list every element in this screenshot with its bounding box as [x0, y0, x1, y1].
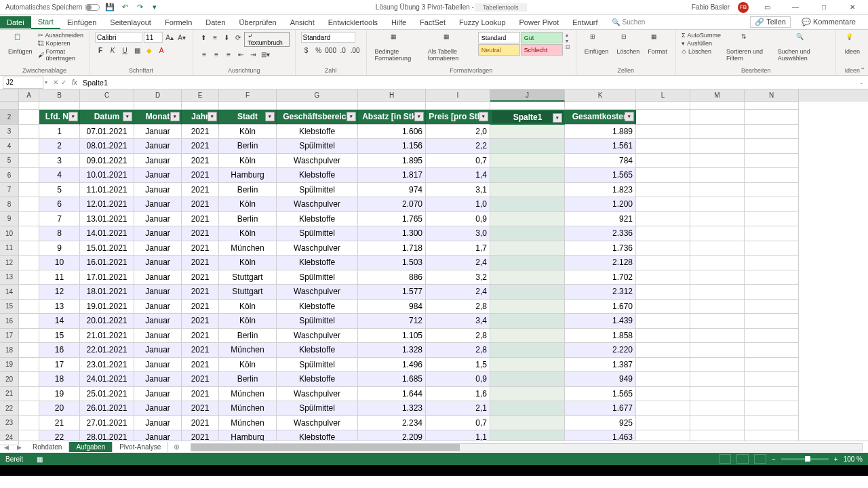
- row-header[interactable]: 16: [0, 314, 19, 329]
- cell[interactable]: [690, 102, 745, 110]
- cell[interactable]: [690, 226, 745, 241]
- table-cell[interactable]: München: [219, 401, 277, 416]
- cell[interactable]: [745, 110, 799, 125]
- tab-seitenlayout[interactable]: Seitenlayout: [103, 16, 158, 28]
- table-cell[interactable]: 1.677: [565, 401, 636, 416]
- cell[interactable]: [636, 430, 690, 441]
- align-bottom-icon[interactable]: ⬇: [222, 32, 232, 43]
- table-cell[interactable]: 1.561: [565, 139, 636, 154]
- table-header[interactable]: Stadt▾: [219, 110, 277, 125]
- cell[interactable]: [745, 285, 799, 300]
- tab-uberprufen[interactable]: Überprüfen: [233, 16, 283, 28]
- table-cell[interactable]: 21.01.2021: [80, 329, 134, 344]
- cell[interactable]: [636, 125, 690, 140]
- tab-fuzzy-lookup[interactable]: Fuzzy Lookup: [452, 16, 512, 28]
- table-cell[interactable]: 0,7: [426, 154, 490, 169]
- table-cell[interactable]: Spülmittel: [277, 226, 358, 241]
- table-cell[interactable]: 2,8: [426, 329, 490, 344]
- cell[interactable]: [19, 197, 39, 212]
- table-cell[interactable]: 23.01.2021: [80, 358, 134, 373]
- table-cell[interactable]: Januar: [134, 197, 182, 212]
- row-header[interactable]: [0, 102, 19, 110]
- format-painter-button[interactable]: 🖌Format übertragen: [38, 48, 84, 62]
- table-cell[interactable]: 1,7: [426, 241, 490, 256]
- table-cell[interactable]: [490, 372, 565, 387]
- table-cell[interactable]: Hamburg: [219, 430, 277, 441]
- horizontal-scrollbar[interactable]: [191, 443, 863, 451]
- cell[interactable]: [690, 168, 745, 183]
- cell[interactable]: [39, 102, 80, 110]
- expand-formula-icon[interactable]: ⌄: [855, 79, 868, 85]
- font-size-select[interactable]: [144, 32, 163, 43]
- table-cell[interactable]: 2021: [182, 430, 219, 441]
- table-cell[interactable]: Köln: [219, 314, 277, 329]
- table-cell[interactable]: 1.895: [358, 154, 426, 169]
- table-cell[interactable]: [490, 256, 565, 270]
- table-cell[interactable]: 2021: [182, 125, 219, 140]
- table-cell[interactable]: Berlin: [219, 212, 277, 227]
- save-icon[interactable]: 💾: [105, 3, 115, 12]
- table-cell[interactable]: 1.323: [358, 401, 426, 416]
- cell[interactable]: [19, 241, 39, 256]
- table-cell[interactable]: 1,0: [426, 197, 490, 212]
- cell[interactable]: [19, 387, 39, 402]
- table-cell[interactable]: 1.889: [565, 125, 636, 140]
- page-break-view-icon[interactable]: [754, 454, 766, 464]
- table-cell[interactable]: Januar: [134, 372, 182, 387]
- cell[interactable]: [636, 139, 690, 154]
- table-cell[interactable]: Januar: [134, 416, 182, 431]
- table-cell[interactable]: Spülmittel: [277, 401, 358, 416]
- table-cell[interactable]: Köln: [219, 226, 277, 241]
- row-header[interactable]: 20: [0, 372, 19, 387]
- table-cell[interactable]: 1.565: [565, 168, 636, 183]
- cell[interactable]: [745, 168, 799, 183]
- table-cell[interactable]: 1.328: [358, 343, 426, 358]
- styles-more-icon[interactable]: ⊟: [566, 44, 570, 50]
- cell[interactable]: [19, 212, 39, 227]
- decrease-decimal-icon[interactable]: .0: [338, 45, 349, 56]
- table-cell[interactable]: Januar: [134, 387, 182, 402]
- font-color-button[interactable]: A: [156, 45, 167, 56]
- cell[interactable]: [690, 358, 745, 373]
- table-cell[interactable]: [490, 358, 565, 373]
- table-cell[interactable]: 2021: [182, 226, 219, 241]
- table-cell[interactable]: 2,8: [426, 300, 490, 314]
- italic-button[interactable]: K: [107, 45, 118, 56]
- cancel-formula-icon[interactable]: ✕: [53, 79, 58, 86]
- table-cell[interactable]: 1.606: [358, 125, 426, 140]
- table-cell[interactable]: 17: [39, 358, 80, 373]
- table-cell[interactable]: 2021: [182, 314, 219, 329]
- cell[interactable]: [636, 416, 690, 431]
- table-cell[interactable]: Waschpulver: [277, 387, 358, 402]
- cell[interactable]: [565, 102, 636, 110]
- table-cell[interactable]: 2021: [182, 256, 219, 270]
- underline-button[interactable]: U: [119, 45, 130, 56]
- row-header[interactable]: 10: [0, 226, 19, 241]
- table-cell[interactable]: [490, 212, 565, 227]
- table-cell[interactable]: Spülmittel: [277, 314, 358, 329]
- column-header-H[interactable]: H: [358, 89, 426, 102]
- find-select-button[interactable]: 🔍Suchen und Auswählen: [775, 32, 831, 63]
- table-cell[interactable]: Köln: [219, 358, 277, 373]
- table-cell[interactable]: Januar: [134, 168, 182, 183]
- cell[interactable]: [19, 154, 39, 169]
- zoom-level[interactable]: 100 %: [844, 455, 863, 463]
- table-cell[interactable]: 2,0: [426, 125, 490, 140]
- table-cell[interactable]: 2021: [182, 154, 219, 169]
- cell[interactable]: [636, 314, 690, 329]
- table-cell[interactable]: 949: [565, 372, 636, 387]
- table-cell[interactable]: 2021: [182, 168, 219, 183]
- tab-start[interactable]: Start: [31, 16, 60, 29]
- cell[interactable]: [636, 226, 690, 241]
- table-cell[interactable]: 19: [39, 387, 80, 402]
- cell[interactable]: [690, 212, 745, 227]
- table-cell[interactable]: Januar: [134, 183, 182, 198]
- table-cell[interactable]: Köln: [219, 125, 277, 140]
- select-all-corner[interactable]: [0, 89, 19, 102]
- table-cell[interactable]: 1,5: [426, 358, 490, 373]
- table-cell[interactable]: 1.685: [358, 372, 426, 387]
- table-cell[interactable]: 08.01.2021: [80, 139, 134, 154]
- table-cell[interactable]: 2.234: [358, 416, 426, 431]
- cell[interactable]: [19, 343, 39, 358]
- table-header[interactable]: Preis [pro Stk.]▾: [426, 110, 490, 125]
